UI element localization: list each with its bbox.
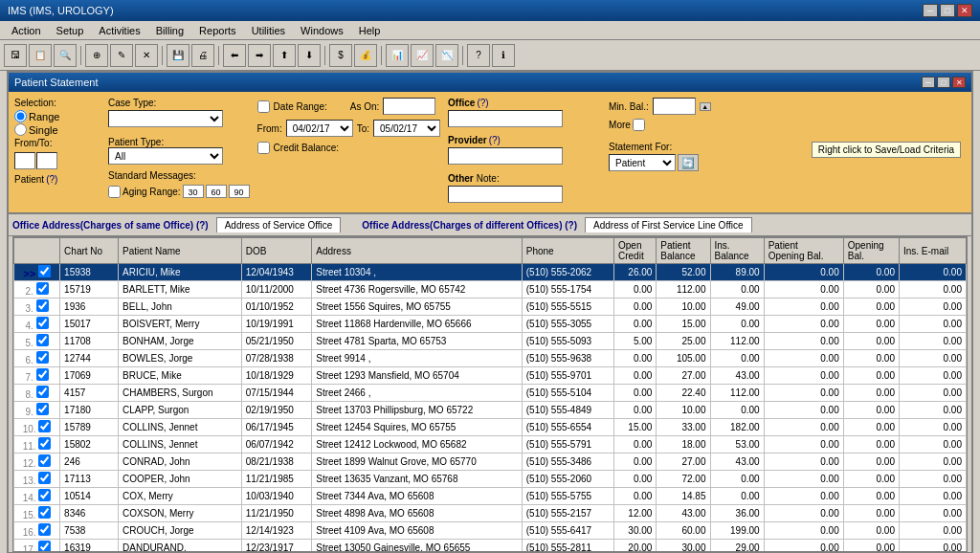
patient-qmark[interactable]: (?) [46, 174, 57, 185]
table-row[interactable]: 9. 17180 CLAPP, Surgon 02/19/1950 Street… [14, 402, 967, 419]
provider-qmark[interactable]: (?) [489, 135, 501, 145]
row-checkbox[interactable] [38, 420, 51, 432]
toolbar-btn-17[interactable]: 📉 [435, 44, 458, 67]
row-checkbox[interactable] [38, 541, 51, 552]
menu-setup[interactable]: Setup [49, 23, 92, 38]
note-input[interactable] [448, 186, 563, 203]
col-open-bal[interactable]: OpeningBal. [843, 238, 899, 264]
aging-range-checkbox[interactable] [108, 186, 121, 198]
row-checkbox[interactable] [38, 489, 51, 501]
col-phone[interactable]: Phone [522, 238, 613, 264]
row-checkbox[interactable] [36, 317, 49, 329]
toolbar-btn-10[interactable]: ➡ [248, 44, 271, 67]
date-range-checkbox[interactable] [257, 100, 270, 113]
dialog-restore-btn[interactable]: □ [937, 77, 950, 88]
as-on-input[interactable]: 05/02/17 [383, 98, 435, 115]
table-row[interactable]: 7. 17069 BRUCE, Mike 10/18/1929 Street 1… [14, 367, 967, 385]
office-input[interactable]: All [448, 110, 563, 127]
range-radio[interactable]: Range [14, 110, 100, 122]
row-checkbox[interactable] [36, 351, 49, 364]
table-row[interactable]: 6. 12744 BOWLES, Jorge 07/28/1938 Street… [14, 350, 967, 367]
menu-reports[interactable]: Reports [191, 23, 244, 38]
case-type-select[interactable] [108, 110, 223, 127]
table-row[interactable]: 5. 11708 BONHAM, Jorge 05/21/1950 Street… [14, 333, 967, 350]
row-checkbox[interactable] [36, 403, 49, 415]
to-alpha-input[interactable]: Z [36, 152, 57, 169]
col-address[interactable]: Address [312, 238, 523, 264]
col-dob[interactable]: DOB [241, 238, 311, 264]
row-checkbox[interactable] [38, 506, 51, 519]
min-bal-up[interactable]: ▲ [700, 102, 711, 111]
toolbar-btn-6[interactable]: ✕ [135, 44, 158, 67]
toolbar-btn-8[interactable]: 🖨 [191, 44, 214, 67]
table-row[interactable]: >> 15938 ARICIU, Mike 12/04/1943 Street … [14, 264, 967, 281]
toolbar-btn-3[interactable]: 🔍 [54, 44, 77, 67]
menu-utilities[interactable]: Utilities [244, 23, 293, 38]
statement-for-select[interactable]: Patient [609, 154, 676, 171]
table-row[interactable]: 17. 16319 DANDURAND, 12/23/1917 Street 1… [14, 540, 967, 553]
table-row[interactable]: 3. 1936 BELL, John 01/10/1952 Street 155… [14, 299, 967, 316]
toolbar-btn-14[interactable]: 💰 [354, 44, 377, 67]
statement-for-btn[interactable]: 🔄 [678, 154, 699, 171]
table-row[interactable]: 15. 8346 COXSON, Merry 11/21/1950 Street… [14, 505, 967, 522]
row-checkbox[interactable] [36, 282, 49, 295]
row-checkbox[interactable] [36, 368, 49, 381]
col-pat-open[interactable]: PatientOpening Bal. [764, 238, 843, 264]
single-radio[interactable]: Single [14, 123, 100, 136]
patient-type-select[interactable]: All [108, 147, 223, 165]
toolbar-btn-9[interactable]: ⬅ [223, 44, 246, 67]
row-checkbox[interactable] [38, 523, 51, 536]
toolbar-btn-5[interactable]: ✎ [110, 44, 133, 67]
minimize-button[interactable]: ─ [923, 4, 938, 17]
table-row[interactable]: 13. 17113 COOPER, John 11/21/1985 Street… [14, 471, 967, 488]
provider-input[interactable]: All [448, 147, 563, 165]
toolbar-btn-4[interactable]: ⊕ [85, 44, 108, 67]
col-ins-email[interactable]: Ins. E-mail [899, 238, 966, 264]
toolbar-btn-2[interactable]: 📋 [29, 44, 52, 67]
toolbar-btn-12[interactable]: ⬇ [298, 44, 321, 67]
menu-activities[interactable]: Activities [91, 23, 147, 38]
col-ins-bal[interactable]: Ins.Balance [710, 238, 764, 264]
row-checkbox[interactable] [38, 437, 51, 450]
table-row[interactable]: 11. 15802 COLLINS, Jennet 06/07/1942 Str… [14, 436, 967, 453]
toolbar-btn-15[interactable]: 📊 [386, 44, 409, 67]
col-pat-bal[interactable]: PatientBalance [657, 238, 710, 264]
toolbar-btn-16[interactable]: 📈 [411, 44, 434, 67]
dialog-minimize-btn[interactable]: ─ [922, 77, 935, 88]
col-name[interactable]: Patient Name [119, 238, 242, 264]
table-row[interactable]: 16. 7538 CROUCH, Jorge 12/14/1923 Street… [14, 522, 967, 540]
addr-tab2[interactable]: Address of First Service Line Office [585, 217, 752, 232]
menu-windows[interactable]: Windows [293, 23, 351, 38]
addr-tab1[interactable]: Address of Service Office [216, 217, 342, 232]
row-checkbox[interactable] [36, 386, 49, 398]
menu-help[interactable]: Help [351, 23, 389, 38]
row-checkbox[interactable] [38, 472, 51, 484]
toolbar-btn-7[interactable]: 💾 [167, 44, 189, 67]
min-bal-input[interactable]: 10.00 [653, 98, 696, 115]
from-date-select[interactable]: 04/02/17 [286, 120, 353, 137]
toolbar-btn-11[interactable]: ⬆ [273, 44, 296, 67]
from-alpha-input[interactable]: A [14, 152, 35, 169]
row-checkbox[interactable] [38, 454, 51, 467]
restore-button[interactable]: □ [940, 4, 955, 17]
close-button[interactable]: ✕ [957, 4, 972, 17]
toolbar-btn-19[interactable]: ℹ [492, 44, 515, 67]
table-row[interactable]: 12. 246 CONRAD, John 08/21/1938 Street 1… [14, 453, 967, 471]
credit-balance-checkbox[interactable] [257, 142, 270, 154]
toolbar-btn-18[interactable]: ? [467, 44, 490, 67]
col-open-credit[interactable]: OpenCredit [613, 238, 656, 264]
more-checkbox[interactable] [633, 119, 645, 131]
toolbar-btn-1[interactable]: 🖫 [4, 44, 27, 67]
table-row[interactable]: 2. 15719 BARLETT, Mike 10/11/2000 Street… [14, 281, 967, 299]
dialog-close-btn[interactable]: ✕ [952, 77, 966, 88]
table-row[interactable]: 8. 4157 CHAMBERS, Surgon 07/15/1944 Stre… [14, 385, 967, 402]
toolbar-btn-13[interactable]: $ [329, 44, 352, 67]
table-row[interactable]: 10. 15789 COLLINS, Jennet 06/17/1945 Str… [14, 419, 967, 436]
table-row[interactable]: 4. 15017 BOISVERT, Merry 10/19/1991 Stre… [14, 316, 967, 333]
row-checkbox[interactable] [36, 334, 49, 346]
menu-action[interactable]: Action [4, 23, 49, 38]
table-row[interactable]: 14. 10514 COX, Merry 10/03/1940 Street 7… [14, 488, 967, 505]
row-checkbox[interactable] [36, 299, 49, 312]
to-date-select[interactable]: 05/02/17 [373, 120, 440, 137]
row-checkbox[interactable] [38, 265, 51, 277]
